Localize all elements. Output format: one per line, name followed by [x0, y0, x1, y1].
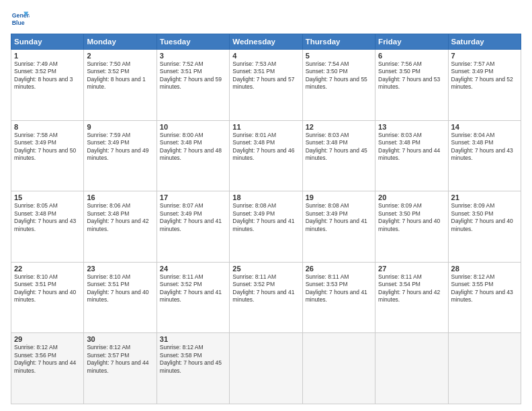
day-number: 16 — [87, 193, 153, 201]
sunrise-label: Sunrise: 8:08 AM — [306, 202, 349, 209]
sunset-label: Sunset: 3:49 PM — [160, 210, 202, 217]
day-number: 13 — [378, 123, 445, 131]
daylight-label: Daylight: 7 hours and 57 minutes. — [232, 76, 294, 90]
sunset-label: Sunset: 3:48 PM — [378, 139, 420, 146]
day-number: 19 — [306, 193, 372, 201]
daylight-label: Daylight: 7 hours and 40 minutes. — [378, 218, 440, 232]
day-info: Sunrise: 8:10 AM Sunset: 3:51 PM Dayligh… — [87, 273, 153, 304]
calendar-cell: 6 Sunrise: 7:56 AM Sunset: 3:50 PM Dayli… — [375, 50, 448, 121]
sunrise-label: Sunrise: 8:07 AM — [160, 202, 204, 209]
daylight-label: Daylight: 7 hours and 42 minutes. — [378, 289, 440, 303]
day-number: 20 — [378, 193, 445, 201]
calendar-cell: 2 Sunrise: 7:50 AM Sunset: 3:52 PM Dayli… — [84, 50, 157, 121]
day-info: Sunrise: 8:01 AM Sunset: 3:48 PM Dayligh… — [232, 132, 299, 163]
day-number: 5 — [306, 52, 372, 60]
calendar-cell: 7 Sunrise: 7:57 AM Sunset: 3:49 PM Dayli… — [448, 50, 521, 121]
sunrise-label: Sunrise: 8:12 AM — [87, 344, 130, 351]
sunrise-label: Sunrise: 8:12 AM — [160, 344, 204, 351]
sunset-label: Sunset: 3:48 PM — [14, 210, 56, 217]
calendar-table: SundayMondayTuesdayWednesdayThursdayFrid… — [11, 34, 521, 404]
sunset-label: Sunset: 3:53 PM — [306, 281, 348, 287]
day-number: 3 — [160, 52, 226, 60]
calendar-cell: 12 Sunrise: 8:03 AM Sunset: 3:48 PM Dayl… — [302, 120, 375, 191]
daylight-label: Daylight: 7 hours and 41 minutes. — [232, 289, 294, 303]
sunset-label: Sunset: 3:52 PM — [160, 281, 202, 287]
day-info: Sunrise: 8:05 AM Sunset: 3:48 PM Dayligh… — [14, 202, 81, 233]
sunrise-label: Sunrise: 8:03 AM — [306, 132, 349, 138]
day-number: 12 — [306, 123, 372, 131]
day-info: Sunrise: 7:56 AM Sunset: 3:50 PM Dayligh… — [378, 60, 445, 91]
col-header-sunday: Sunday — [11, 34, 84, 50]
calendar-cell: 9 Sunrise: 7:59 AM Sunset: 3:49 PM Dayli… — [84, 120, 157, 191]
day-info: Sunrise: 8:03 AM Sunset: 3:48 PM Dayligh… — [378, 132, 445, 163]
sunrise-label: Sunrise: 8:08 AM — [232, 202, 276, 209]
calendar-cell: 18 Sunrise: 8:08 AM Sunset: 3:49 PM Dayl… — [230, 191, 302, 263]
calendar-cell: 31 Sunrise: 8:12 AM Sunset: 3:58 PM Dayl… — [157, 333, 229, 404]
day-number: 2 — [87, 52, 153, 60]
sunset-label: Sunset: 3:48 PM — [306, 139, 348, 146]
daylight-label: Daylight: 7 hours and 40 minutes. — [14, 289, 76, 303]
sunrise-label: Sunrise: 7:56 AM — [378, 60, 422, 67]
calendar-cell: 16 Sunrise: 8:06 AM Sunset: 3:48 PM Dayl… — [84, 191, 157, 263]
col-header-friday: Friday — [375, 34, 448, 50]
day-number: 29 — [14, 335, 81, 343]
header: General Blue — [11, 9, 521, 28]
daylight-label: Daylight: 7 hours and 55 minutes. — [306, 76, 367, 90]
sunrise-label: Sunrise: 7:53 AM — [232, 60, 276, 67]
logo: General Blue — [11, 9, 32, 28]
sunset-label: Sunset: 3:56 PM — [14, 352, 56, 359]
sunset-label: Sunset: 3:49 PM — [306, 210, 348, 217]
day-number: 30 — [87, 335, 153, 343]
day-info: Sunrise: 7:58 AM Sunset: 3:49 PM Dayligh… — [14, 132, 81, 163]
calendar-cell: 23 Sunrise: 8:10 AM Sunset: 3:51 PM Dayl… — [84, 262, 157, 333]
sunrise-label: Sunrise: 8:10 AM — [87, 273, 130, 280]
day-number: 8 — [14, 123, 81, 131]
daylight-label: Daylight: 7 hours and 41 minutes. — [306, 289, 367, 303]
sunset-label: Sunset: 3:51 PM — [232, 68, 275, 75]
day-info: Sunrise: 8:00 AM Sunset: 3:48 PM Dayligh… — [160, 132, 226, 163]
day-info: Sunrise: 8:11 AM Sunset: 3:54 PM Dayligh… — [378, 273, 445, 304]
day-number: 11 — [232, 123, 299, 131]
calendar-cell: 25 Sunrise: 8:11 AM Sunset: 3:52 PM Dayl… — [230, 262, 302, 333]
day-number: 18 — [232, 193, 299, 201]
sunrise-label: Sunrise: 8:11 AM — [160, 273, 204, 280]
logo-icon: General Blue — [11, 9, 30, 28]
calendar-cell: 8 Sunrise: 7:58 AM Sunset: 3:49 PM Dayli… — [11, 120, 84, 191]
day-info: Sunrise: 8:04 AM Sunset: 3:48 PM Dayligh… — [451, 132, 518, 163]
daylight-label: Daylight: 7 hours and 45 minutes. — [160, 359, 222, 373]
day-info: Sunrise: 8:12 AM Sunset: 3:56 PM Dayligh… — [14, 344, 81, 375]
day-info: Sunrise: 7:59 AM Sunset: 3:49 PM Dayligh… — [87, 132, 153, 163]
sunrise-label: Sunrise: 8:05 AM — [14, 202, 58, 209]
sunrise-label: Sunrise: 7:52 AM — [160, 60, 204, 67]
daylight-label: Daylight: 7 hours and 40 minutes. — [87, 289, 148, 303]
sunset-label: Sunset: 3:49 PM — [14, 139, 56, 146]
page: General Blue SundayMondayTuesdayWednesda… — [0, 0, 532, 411]
sunrise-label: Sunrise: 8:00 AM — [160, 132, 204, 138]
sunset-label: Sunset: 3:48 PM — [87, 210, 129, 217]
week-row-4: 22 Sunrise: 8:10 AM Sunset: 3:51 PM Dayl… — [11, 262, 521, 333]
sunrise-label: Sunrise: 8:09 AM — [451, 202, 495, 209]
daylight-label: Daylight: 7 hours and 52 minutes. — [451, 76, 513, 90]
calendar-cell: 1 Sunrise: 7:49 AM Sunset: 3:52 PM Dayli… — [11, 50, 84, 121]
daylight-label: Daylight: 7 hours and 44 minutes. — [87, 359, 148, 373]
daylight-label: Daylight: 7 hours and 48 minutes. — [160, 147, 222, 161]
sunrise-label: Sunrise: 8:01 AM — [232, 132, 276, 138]
sunset-label: Sunset: 3:49 PM — [232, 210, 275, 217]
day-number: 7 — [451, 52, 518, 60]
day-info: Sunrise: 8:12 AM Sunset: 3:58 PM Dayligh… — [160, 344, 226, 375]
daylight-label: Daylight: 7 hours and 53 minutes. — [378, 76, 440, 90]
daylight-label: Daylight: 7 hours and 43 minutes. — [451, 289, 513, 303]
day-number: 10 — [160, 123, 226, 131]
sunset-label: Sunset: 3:48 PM — [451, 139, 494, 146]
day-info: Sunrise: 8:11 AM Sunset: 3:52 PM Dayligh… — [232, 273, 299, 304]
calendar-cell: 22 Sunrise: 8:10 AM Sunset: 3:51 PM Dayl… — [11, 262, 84, 333]
day-number: 26 — [306, 265, 372, 273]
sunset-label: Sunset: 3:51 PM — [160, 68, 202, 75]
daylight-label: Daylight: 7 hours and 59 minutes. — [160, 76, 222, 90]
daylight-label: Daylight: 7 hours and 41 minutes. — [306, 218, 367, 232]
calendar-cell: 14 Sunrise: 8:04 AM Sunset: 3:48 PM Dayl… — [448, 120, 521, 191]
sunset-label: Sunset: 3:52 PM — [87, 68, 129, 75]
calendar-cell: 5 Sunrise: 7:54 AM Sunset: 3:50 PM Dayli… — [302, 50, 375, 121]
sunrise-label: Sunrise: 8:11 AM — [378, 273, 422, 280]
calendar-cell: 19 Sunrise: 8:08 AM Sunset: 3:49 PM Dayl… — [302, 191, 375, 263]
